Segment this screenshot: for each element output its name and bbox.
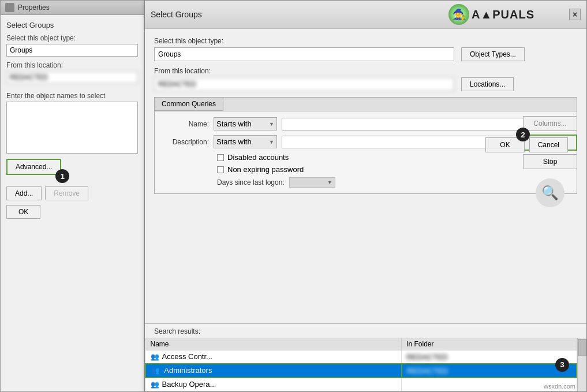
appuals-icon: 🧙 (448, 4, 469, 25)
step3-badge: 3 (555, 358, 569, 372)
properties-window: Properties Select Groups Select this obj… (0, 0, 144, 392)
advanced-button[interactable]: Advanced... (6, 159, 61, 175)
cq-body: Name: Starts with ▼ Description: Starts … (155, 111, 577, 193)
row2-name: 👥 Administrators (145, 364, 402, 378)
location-label: From this location: (154, 67, 577, 75)
row2-folder: REDACTED (402, 364, 577, 378)
col-name-header: Name (145, 338, 402, 350)
non-expiring-label: Non expiring password (227, 165, 304, 174)
step1-badge: 1 (55, 169, 69, 183)
bg-window-title: Properties (18, 3, 50, 12)
bg-titlebar: Properties (1, 1, 144, 15)
bg-location-value: REDACTED (6, 71, 138, 84)
right-buttons: Columns... Find Now 2 Stop 🔍 (523, 116, 577, 207)
add-button[interactable]: Add... (6, 186, 42, 200)
step2-badge: 2 (516, 128, 530, 141)
scrollbar[interactable] (577, 338, 586, 391)
days-row: Days since last logon: ▼ (217, 177, 569, 188)
name-row: Name: Starts with ▼ (163, 117, 569, 130)
columns-button[interactable]: Columns... (523, 116, 577, 131)
cancel-button[interactable]: Cancel (529, 137, 568, 152)
row3-icon: 👥 (151, 380, 160, 389)
locations-button[interactable]: Locations... (461, 77, 514, 91)
bg-obj-type-label: Select this object type: (6, 34, 138, 42)
results-container: Name In Folder 👥Access Contr... REDACTED… (145, 338, 586, 391)
col-folder-header: In Folder (402, 338, 577, 350)
bg-window-body: Select Groups Select this object type: F… (1, 15, 144, 225)
name-label: Name: (163, 120, 209, 128)
disabled-checkbox[interactable] (217, 154, 224, 161)
disabled-label: Disabled accounts (227, 153, 289, 162)
bg-enter-names-label: Enter the object names to select (6, 92, 138, 100)
search-icon-area: 🔍 (523, 178, 577, 207)
close-button[interactable]: × (569, 9, 581, 20)
row2-icon: 👥 (151, 366, 160, 375)
non-expiring-row: Non expiring password (217, 165, 569, 174)
days-dropdown-arrow: ▼ (327, 180, 332, 185)
bg-ok-button[interactable]: OK (6, 205, 40, 219)
object-type-row: Select this object type: Object Types... (154, 37, 577, 61)
disabled-row: Disabled accounts (217, 153, 569, 162)
stop-button[interactable]: Stop (523, 154, 577, 169)
bg-names-textarea[interactable] (6, 102, 138, 154)
row1-name: 👥Access Contr... (145, 350, 402, 364)
table-row[interactable]: 👥 Administrators REDACTED (145, 364, 577, 378)
name-dropdown-arrow: ▼ (269, 121, 274, 127)
search-results-section: Search results: Name In Folder 👥Access C… (145, 323, 586, 391)
appuals-text: A▲PUALS (472, 8, 534, 21)
appuals-logo: 🧙 A▲PUALS (448, 4, 534, 25)
name-dropdown[interactable]: Starts with ▼ (214, 117, 277, 130)
days-dropdown[interactable]: ▼ (289, 177, 335, 188)
select-groups-dialog: Select Groups 🧙 A▲PUALS × Select this ob… (144, 0, 587, 392)
bg-select-groups-label: Select Groups (6, 21, 138, 29)
dialog-title: Select Groups (151, 10, 202, 19)
scrollbar-thumb[interactable] (578, 339, 586, 356)
dialog-titlebar: Select Groups 🧙 A▲PUALS × (145, 1, 586, 29)
object-type-input[interactable] (154, 47, 454, 61)
location-input: REDACTED (154, 77, 454, 91)
object-types-button[interactable]: Object Types... (461, 47, 525, 61)
days-label: Days since last logon: (217, 178, 285, 186)
bg-location-label: From this location: (6, 61, 138, 69)
search-graphic: 🔍 (536, 178, 564, 207)
location-row: From this location: REDACTED Locations..… (154, 67, 577, 91)
object-type-label: Select this object type: (154, 37, 577, 45)
dialog-body: Select this object type: Object Types...… (145, 29, 586, 224)
row1-icon: 👥 (151, 352, 160, 361)
common-queries-tab[interactable]: Common Queries (155, 98, 223, 111)
dialog-actions: OK Cancel (145, 137, 568, 152)
bg-obj-type-input[interactable] (6, 44, 138, 57)
row3-name: 👥Backup Opera... (145, 378, 402, 391)
remove-button[interactable]: Remove (45, 186, 88, 200)
table-row[interactable]: 👥Access Contr... REDACTED (145, 350, 577, 364)
non-expiring-checkbox[interactable] (217, 166, 224, 173)
results-table: Name In Folder 👥Access Contr... REDACTED… (145, 338, 577, 391)
row1-folder: REDACTED (402, 350, 577, 364)
search-results-label: Search results: (145, 324, 586, 338)
table-row[interactable]: 👥Backup Opera... (145, 378, 577, 391)
window-icon (5, 3, 14, 12)
watermark: wsxdn.com (544, 383, 575, 390)
bg-bottom-buttons: Add... Remove (6, 186, 138, 200)
